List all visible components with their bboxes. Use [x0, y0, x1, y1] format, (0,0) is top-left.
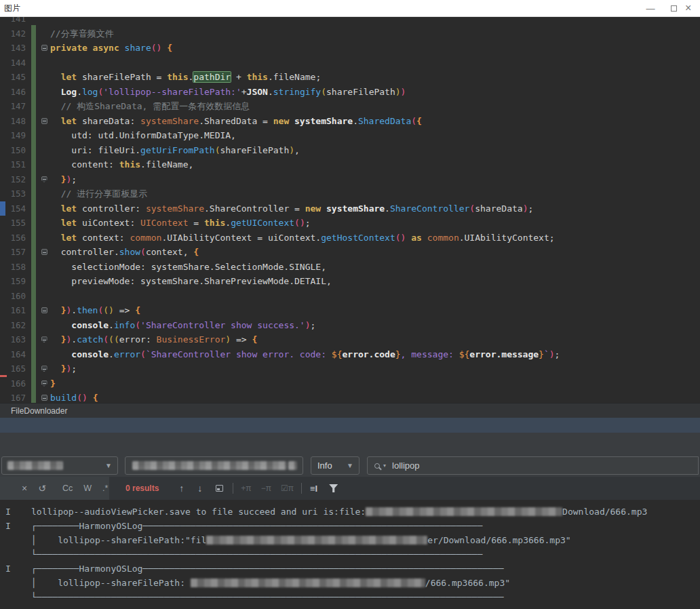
line-number[interactable]: 163	[0, 332, 26, 347]
code-line[interactable]: 164 console.error(`ShareController show …	[0, 347, 700, 362]
code-line[interactable]: 141	[0, 17, 700, 26]
code-line[interactable]: 149 utd: utd.UniformDataType.MEDIA,	[0, 128, 700, 143]
code-token: this	[247, 72, 268, 82]
code-line[interactable]: 144	[0, 56, 700, 71]
fold-end-icon[interactable]	[41, 366, 47, 372]
tab-filedownloader[interactable]: FileDownloader	[0, 406, 67, 416]
code-line[interactable]: 150 uri: fileUri.getUriFromPath(shareFil…	[0, 143, 700, 158]
code-line[interactable]: 160	[0, 289, 700, 304]
code-line[interactable]: 145 let shareFilePath = this.pathDir + t…	[0, 70, 700, 85]
search-options-chevron-icon[interactable]: ▾	[383, 463, 386, 469]
clear-search-icon[interactable]: ×	[22, 484, 27, 493]
fold-start-icon[interactable]	[41, 118, 47, 124]
fold-end-icon[interactable]	[41, 380, 47, 387]
code-line[interactable]: 154 let controller: systemShare.ShareCon…	[0, 201, 700, 216]
code-editor[interactable]: 141142//分享音频文件143private async share() {…	[0, 17, 700, 403]
line-number[interactable]: 160	[0, 289, 26, 304]
previous-occurrence-icon[interactable]: ↑	[179, 483, 184, 494]
code-token: }	[50, 174, 66, 184]
line-number[interactable]: 147	[0, 99, 26, 114]
device-select[interactable]: ▼	[1, 456, 118, 475]
code-line[interactable]: 148 let shareData: systemShare.SharedDat…	[0, 114, 700, 129]
line-number[interactable]: 152	[0, 172, 26, 187]
code-line[interactable]: 147 // 构造ShareData, 需配置一条有效数据信息	[0, 99, 700, 114]
code-line[interactable]: 161 }).then(() => {	[0, 303, 700, 318]
line-number[interactable]: 144	[0, 56, 26, 71]
fold-end-icon[interactable]	[41, 336, 47, 342]
code-text: uri: fileUri.getUriFromPath(shareFilePat…	[50, 143, 300, 158]
line-number[interactable]: 141	[0, 17, 26, 26]
line-number[interactable]: 167	[0, 391, 26, 403]
code-line[interactable]: 142//分享音频文件	[0, 26, 700, 41]
code-line[interactable]: 159 previewMode: systemShare.SharePrevie…	[0, 274, 700, 289]
code-line[interactable]: 162 console.info('ShareController show s…	[0, 318, 700, 333]
code-line[interactable]: 143private async share() {	[0, 41, 700, 56]
line-number[interactable]: 145	[0, 70, 26, 85]
line-number[interactable]: 150	[0, 143, 26, 158]
maximize-button[interactable]	[662, 0, 685, 16]
next-occurrence-icon[interactable]: ↓	[197, 483, 202, 494]
code-line[interactable]: 157 controller.show(context, {	[0, 245, 700, 260]
line-number[interactable]: 154	[0, 201, 26, 216]
line-number[interactable]: 143	[0, 41, 26, 56]
code-line[interactable]: 166}	[0, 376, 700, 391]
filter-funnel-icon[interactable]	[329, 484, 338, 492]
code-token: ;	[71, 174, 77, 184]
process-filter-field[interactable]	[125, 456, 303, 475]
whole-words-toggle[interactable]: W	[83, 484, 92, 493]
log-level-select[interactable]: Info ▼	[311, 456, 359, 475]
line-number[interactable]: 164	[0, 347, 26, 362]
gutter-space	[26, 318, 38, 333]
line-number[interactable]: 155	[0, 216, 26, 231]
line-number[interactable]: 159	[0, 274, 26, 289]
code-line[interactable]: 152 });	[0, 172, 700, 187]
line-number[interactable]: 153	[0, 186, 26, 201]
match-case-toggle[interactable]: Cc	[62, 484, 73, 493]
line-number[interactable]: 151	[0, 157, 26, 172]
line-number[interactable]: 157	[0, 245, 26, 260]
regex-toggle[interactable]: .*	[102, 484, 108, 493]
gutter-space	[26, 157, 38, 172]
log-output[interactable]: Ilollipop--audioViewPicker.save to file …	[0, 500, 700, 609]
fold-start-icon[interactable]	[41, 45, 47, 51]
line-number[interactable]: 162	[0, 318, 26, 333]
code-line[interactable]: 167build() {	[0, 391, 700, 403]
fold-start-icon[interactable]	[41, 395, 47, 401]
line-number[interactable]: 165	[0, 361, 26, 376]
code-line[interactable]: 155 let uiContext: UIContext = this.getU…	[0, 216, 700, 231]
line-number[interactable]: 158	[0, 260, 26, 275]
fold-start-icon[interactable]	[41, 249, 47, 255]
line-number[interactable]: 161	[0, 303, 26, 318]
code-line[interactable]: 158 selectionMode: systemShare.Selection…	[0, 260, 700, 275]
log-search-input[interactable]	[392, 460, 650, 471]
line-number[interactable]: 166	[0, 376, 26, 391]
code-line[interactable]: 165 });	[0, 361, 700, 376]
line-number[interactable]: 148	[0, 114, 26, 129]
minimize-button[interactable]: —	[639, 0, 662, 16]
pin-add-icon[interactable]: +π	[241, 484, 251, 493]
code-token: )	[305, 320, 311, 330]
code-token: // 构造ShareData, 需配置一条有效数据信息	[50, 101, 250, 111]
close-button[interactable]: ×	[685, 0, 700, 16]
line-number[interactable]: 149	[0, 128, 26, 143]
fold-end-icon[interactable]	[41, 176, 47, 182]
fold-start-icon[interactable]	[41, 307, 47, 313]
code-text: Log.log('lollipop--shareFilePath:'+JSON.…	[50, 85, 406, 100]
code-line[interactable]: 151 content: this.fileName,	[0, 157, 700, 172]
line-number[interactable]: 142	[0, 26, 26, 41]
search-history-icon[interactable]: ↺	[38, 484, 46, 493]
log-row: I┌────────HarmonyOSLog──────────────────…	[0, 562, 700, 576]
code-line[interactable]: 146 Log.log('lollipop--shareFilePath:'+J…	[0, 85, 700, 100]
open-in-window-icon[interactable]	[216, 485, 223, 492]
soft-wrap-icon[interactable]: ≡I	[310, 484, 317, 494]
log-search-box[interactable]: ▾	[367, 456, 699, 475]
code-token: pathDir	[193, 72, 231, 82]
fold-column	[38, 70, 50, 85]
code-line[interactable]: 163 }).catch(((error: BusinessError) => …	[0, 332, 700, 347]
pin-check-icon[interactable]: ☑π	[281, 484, 294, 493]
line-number[interactable]: 146	[0, 85, 26, 100]
pin-remove-icon[interactable]: −π	[261, 484, 271, 493]
code-line[interactable]: 153 // 进行分享面板显示	[0, 186, 700, 201]
code-line[interactable]: 156 let context: common.UIAbilityContext…	[0, 231, 700, 245]
line-number[interactable]: 156	[0, 231, 26, 245]
